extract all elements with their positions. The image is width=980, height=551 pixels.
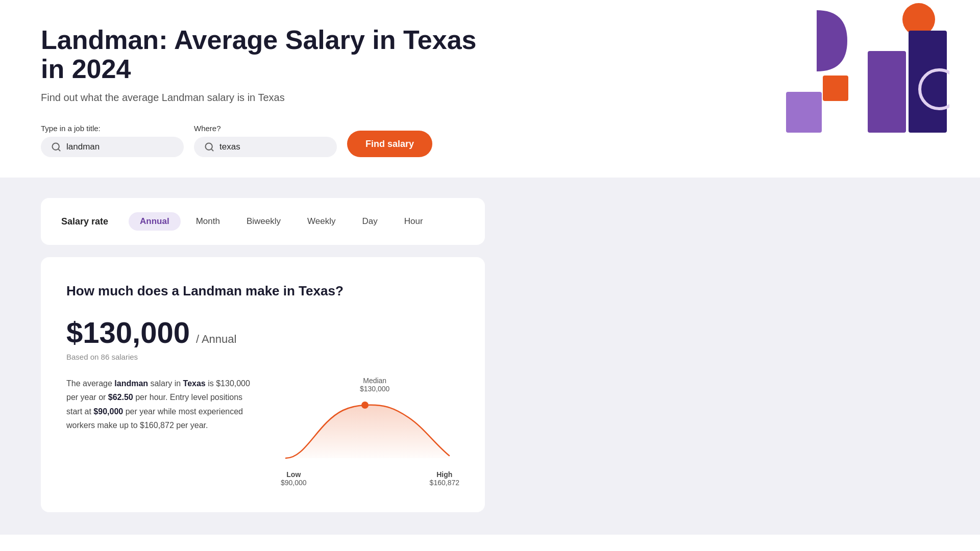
chart-low-label: Low $90,000 bbox=[281, 470, 307, 487]
location-input-group: Where? bbox=[194, 124, 337, 157]
job-input-group: Type in a job title: bbox=[41, 124, 184, 157]
svg-rect-8 bbox=[823, 76, 848, 101]
page-wrapper: Landman: Average Salary in Texas in 2024… bbox=[0, 0, 980, 551]
job-search-icon bbox=[51, 142, 61, 152]
svg-line-1 bbox=[58, 149, 60, 151]
salary-rate-label: Salary rate bbox=[61, 216, 108, 227]
median-value: $130,000 bbox=[360, 385, 389, 393]
median-title: Median bbox=[360, 377, 389, 385]
tab-weekly[interactable]: Weekly bbox=[296, 212, 347, 231]
svg-line-3 bbox=[211, 149, 213, 151]
card-question: How much does a Landman make in Texas? bbox=[66, 283, 459, 300]
median-dot bbox=[361, 402, 369, 409]
salary-amount: $130,000 bbox=[66, 315, 190, 349]
salary-description: The average landman salary in Texas is $… bbox=[66, 377, 250, 432]
content-flex: The average landman salary in Texas is $… bbox=[66, 377, 459, 487]
chart-svg-container bbox=[281, 392, 459, 465]
salary-rate-card: Salary rate Annual Month Biweekly Weekly… bbox=[41, 198, 485, 245]
search-form: Type in a job title: Where? bbox=[41, 124, 500, 157]
main-card: How much does a Landman make in Texas? $… bbox=[41, 257, 485, 512]
location-search-icon bbox=[204, 142, 214, 152]
location-input[interactable] bbox=[219, 142, 327, 152]
find-salary-button[interactable]: Find salary bbox=[347, 131, 432, 157]
tab-month[interactable]: Month bbox=[185, 212, 231, 231]
svg-rect-9 bbox=[786, 92, 822, 133]
svg-rect-6 bbox=[909, 31, 947, 133]
tabs-row: Annual Month Biweekly Weekly Day Hour bbox=[129, 212, 434, 231]
body-section: Salary rate Annual Month Biweekly Weekly… bbox=[0, 178, 980, 535]
header-section: Landman: Average Salary in Texas in 2024… bbox=[0, 0, 980, 178]
illustration-svg bbox=[786, 0, 949, 133]
header-content: Landman: Average Salary in Texas in 2024… bbox=[41, 26, 500, 157]
job-input-wrapper bbox=[41, 137, 184, 157]
tab-day[interactable]: Day bbox=[351, 212, 388, 231]
chart-high-label: High $160,872 bbox=[430, 470, 459, 487]
job-input[interactable] bbox=[66, 142, 174, 152]
svg-rect-5 bbox=[847, 10, 888, 51]
salary-period: / Annual bbox=[196, 333, 237, 346]
location-input-label: Where? bbox=[194, 124, 337, 133]
chart-area: Median $130,000 bbox=[281, 377, 459, 487]
salary-chart-svg bbox=[281, 392, 454, 463]
tab-hour[interactable]: Hour bbox=[393, 212, 434, 231]
tab-annual[interactable]: Annual bbox=[129, 212, 181, 231]
chart-median-label: Median $130,000 bbox=[360, 377, 389, 393]
page-title: Landman: Average Salary in Texas in 2024 bbox=[41, 26, 500, 84]
salary-basis: Based on 86 salaries bbox=[66, 353, 459, 361]
location-input-wrapper bbox=[194, 137, 337, 157]
chart-bottom-labels: Low $90,000 High $160,872 bbox=[281, 470, 459, 487]
svg-rect-7 bbox=[868, 51, 906, 133]
tab-biweekly[interactable]: Biweekly bbox=[235, 212, 292, 231]
decorative-illustration bbox=[786, 0, 949, 133]
salary-display: $130,000 / Annual bbox=[66, 315, 459, 349]
page-subtitle: Find out what the average Landman salary… bbox=[41, 92, 500, 104]
job-input-label: Type in a job title: bbox=[41, 124, 184, 133]
